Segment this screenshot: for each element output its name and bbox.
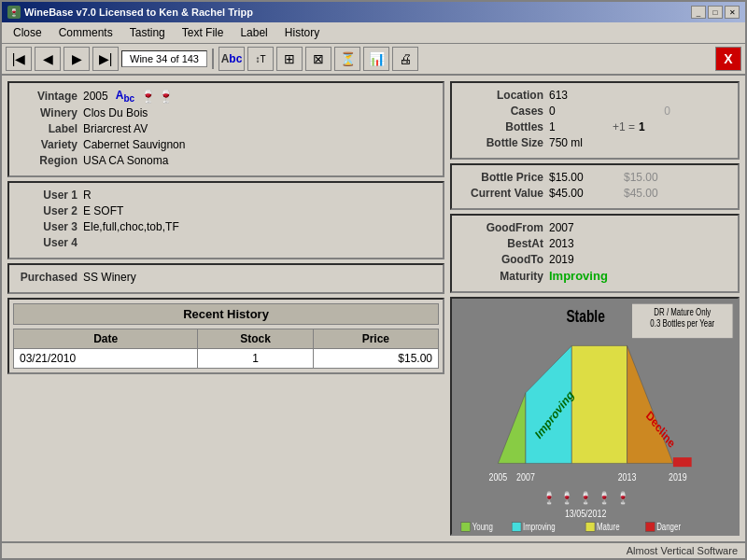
danger-bar — [673, 457, 692, 467]
good-to-label: GoodTo — [459, 253, 543, 266]
bottle-price-value: $15.00 — [549, 171, 605, 184]
maturity-label: Maturity — [459, 270, 543, 283]
good-from-value: 2007 — [549, 221, 605, 234]
label-label: Label — [17, 122, 78, 135]
bottles-eq: +1 = — [613, 120, 635, 133]
nav-last-button[interactable]: ▶| — [92, 47, 119, 71]
menu-close[interactable]: Close — [6, 24, 49, 41]
good-from-row: GoodFrom 2007 — [459, 221, 730, 234]
filter-button[interactable]: ⊠ — [305, 47, 331, 71]
title-bar: 🍷 WineBase v7.0 Licensed to Ken & Rachel… — [2, 2, 745, 22]
purchased-label: Purchased — [17, 271, 78, 284]
user4-label: User 4 — [17, 236, 78, 249]
user1-row: User 1 R — [17, 189, 435, 202]
main-window: 🍷 WineBase v7.0 Licensed to Ken & Rachel… — [0, 0, 747, 560]
history-price: $15.00 — [313, 349, 438, 369]
best-at-label: BestAt — [459, 237, 543, 250]
location-value: 613 — [549, 89, 605, 102]
nav-prev-button[interactable]: ◀ — [35, 47, 61, 71]
danger-legend-box — [645, 522, 655, 531]
purchased-value: SS Winery — [83, 271, 136, 284]
history-col-price: Price — [313, 329, 438, 349]
maximize-button[interactable]: □ — [708, 6, 723, 19]
bottle-price-label: Bottle Price — [459, 171, 543, 184]
wine-counter: Wine 34 of 143 — [121, 50, 207, 67]
user1-label: User 1 — [17, 189, 78, 202]
purchase-box: Purchased SS Winery — [7, 263, 444, 294]
winery-value: Clos Du Bois — [83, 106, 148, 119]
cases-value: 0 — [549, 105, 605, 118]
good-from-label: GoodFrom — [459, 221, 543, 234]
minimize-button[interactable]: _ — [691, 6, 706, 19]
dr-note-line2: 0.3 Bottles per Year — [650, 318, 714, 329]
user2-row: User 2 E SOFT — [17, 204, 435, 217]
vintage-value: 2005 — [83, 90, 108, 103]
cases-secondary: 0 — [633, 105, 670, 118]
title-bar-left: 🍷 WineBase v7.0 Licensed to Ken & Rachel… — [7, 6, 253, 19]
maturity-row: Maturity Improving — [459, 269, 730, 283]
location-row: Location 613 — [459, 89, 730, 102]
mature-legend-box — [585, 522, 595, 531]
app-icon: 🍷 — [7, 6, 21, 19]
glass-marker-5: 🍷 — [617, 491, 629, 506]
grid-icon: ⊞ — [284, 51, 295, 66]
history-stock: 1 — [198, 349, 313, 369]
user-info-box: User 1 R User 2 E SOFT User 3 Ele,full,c… — [7, 181, 444, 259]
glass-marker-4: 🍷 — [599, 491, 611, 506]
label-value: Briarcrest AV — [83, 122, 148, 135]
improving-legend-box — [512, 522, 521, 531]
history-section: Recent History Date Stock Price 03/21/20… — [7, 298, 444, 374]
nav-first-button[interactable]: |◀ — [6, 47, 32, 71]
chart-stable-label: Stable — [566, 308, 605, 326]
glass-marker-1: 🍷 — [543, 491, 556, 506]
chart-button[interactable]: 📊 — [363, 47, 389, 71]
cases-label: Cases — [459, 105, 543, 118]
current-value-secondary: $45.00 — [624, 187, 658, 200]
variety-row: Variety Cabernet Sauvignon — [17, 138, 435, 151]
wine-glass2-icon: 🍷 — [158, 89, 174, 104]
variety-label: Variety — [17, 138, 78, 151]
menu-label[interactable]: Label — [233, 24, 275, 41]
left-panel: Vintage 2005 Abc 🍷 🍷 Winery Clos Du Bois… — [7, 81, 444, 536]
maturity-box: GoodFrom 2007 BestAt 2013 GoodTo 2019 Ma… — [450, 214, 740, 293]
region-label: Region — [17, 154, 78, 167]
bottles-value: 1 — [549, 120, 605, 133]
print-button[interactable]: 🖨 — [392, 47, 418, 71]
year-2005: 2005 — [488, 471, 507, 483]
nav-next-button[interactable]: ▶ — [63, 47, 90, 71]
region-value: USA CA Sonoma — [83, 154, 168, 167]
user4-row: User 4 — [17, 236, 435, 249]
toolbar: |◀ ◀ ▶ ▶| Wine 34 of 143 Abc ↕T ⊞ ⊠ ⏳ 📊 … — [2, 44, 745, 76]
table-row: 03/21/2010 1 $15.00 — [14, 349, 439, 369]
maturity-chart: DR / Mature Only 0.3 Bottles per Year St… — [452, 299, 738, 534]
vintage-row: Vintage 2005 Abc 🍷 🍷 — [17, 89, 435, 104]
history-title: Recent History — [13, 303, 439, 325]
window-title: WineBase v7.0 Licensed to Ken & Rachel T… — [24, 7, 253, 18]
sort-button[interactable]: ↕T — [247, 47, 274, 71]
winery-row: Winery Clos Du Bois — [17, 106, 435, 119]
history-table: Date Stock Price 03/21/2010 1 $15.00 — [13, 329, 439, 369]
bottles-row: Bottles 1 +1 = 1 — [459, 120, 730, 133]
user3-value: Ele,full,choc,tob,TF — [83, 220, 179, 233]
user2-label: User 2 — [17, 204, 78, 217]
menu-history[interactable]: History — [277, 24, 327, 41]
good-to-value: 2019 — [549, 253, 605, 266]
timer-icon: ⏳ — [340, 51, 356, 66]
cellar-info-box: Location 613 Cases 0 0 Bottles 1 +1 = 1 … — [450, 81, 740, 160]
menu-tasting[interactable]: Tasting — [122, 24, 173, 41]
close-x-button[interactable]: X — [715, 47, 741, 71]
winery-label: Winery — [17, 106, 78, 119]
user3-row: User 3 Ele,full,choc,tob,TF — [17, 220, 435, 233]
menu-text-file[interactable]: Text File — [175, 24, 232, 41]
location-label: Location — [459, 89, 543, 102]
cases-row: Cases 0 0 — [459, 105, 730, 118]
menu-comments[interactable]: Comments — [51, 24, 120, 41]
abc-button[interactable]: Abc — [218, 47, 245, 71]
history-col-date: Date — [14, 329, 198, 349]
abc-icon: Abc — [221, 52, 243, 65]
bottle-price-secondary: $15.00 — [624, 171, 658, 184]
grid-button[interactable]: ⊞ — [276, 47, 303, 71]
timer-button[interactable]: ⏳ — [334, 47, 360, 71]
close-button[interactable]: ✕ — [725, 6, 740, 19]
menu-bar: Close Comments Tasting Text File Label H… — [2, 22, 745, 44]
